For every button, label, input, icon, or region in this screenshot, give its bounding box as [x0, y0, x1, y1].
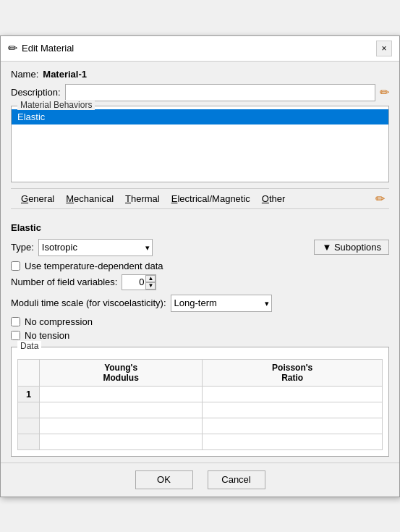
moduli-select[interactable]: Long-term Instantaneous — [171, 295, 272, 312]
moduli-select-wrapper: Long-term Instantaneous — [171, 295, 272, 312]
num-field-label: Number of field variables: — [11, 276, 117, 287]
description-edit-icon[interactable]: ✏ — [380, 85, 389, 99]
no-compression-label: No compression — [25, 316, 93, 327]
tab-electrical-magnetic[interactable]: Electrical/Magnetic — [166, 190, 256, 207]
row-num-1: 1 — [18, 386, 40, 402]
elastic-title: Elastic — [11, 222, 389, 233]
ok-button[interactable]: OK — [135, 470, 193, 489]
menu-tabs-edit-icon[interactable]: ✏ — [375, 192, 385, 206]
dialog-icon: ✏ — [8, 41, 17, 55]
cell-poissons-empty2[interactable] — [203, 418, 383, 434]
num-field-row: Number of field variables: ▲ ▼ — [11, 274, 389, 290]
name-value: Material-1 — [43, 69, 87, 80]
no-tension-label: No tension — [25, 330, 69, 341]
use-temp-row: Use temperature-dependent data — [11, 261, 389, 271]
data-table: Young's Modulus Poisson's Ratio 1 — [17, 359, 383, 450]
dialog-title: Edit Material — [22, 43, 74, 54]
cancel-button[interactable]: Cancel — [208, 470, 265, 489]
cell-youngs-empty2[interactable] — [40, 418, 203, 434]
cell-poissons-empty[interactable] — [203, 402, 383, 418]
table-header-youngs: Young's Modulus — [40, 359, 203, 386]
type-label: Type: — [11, 242, 34, 253]
moduli-label: Moduli time scale (for viscoelasticity): — [11, 297, 166, 308]
num-field-spin-down[interactable]: ▼ — [145, 282, 156, 290]
use-temp-checkbox[interactable] — [11, 261, 20, 271]
behavior-item-elastic[interactable]: Elastic — [12, 109, 388, 124]
no-compression-row: No compression — [11, 316, 389, 327]
behaviors-list: Elastic — [12, 109, 388, 182]
dialog-footer: OK Cancel — [1, 463, 399, 497]
menu-tabs: General Mechanical Thermal Electrical/Ma… — [11, 188, 389, 209]
moduli-row: Moduli time scale (for viscoelasticity):… — [11, 295, 389, 312]
data-table-wrapper: Young's Modulus Poisson's Ratio 1 — [12, 347, 388, 456]
data-section-label: Data — [17, 341, 41, 351]
title-bar-left: ✏ Edit Material — [8, 41, 74, 55]
cell-poissons-1[interactable] — [203, 386, 383, 402]
name-label: Name: — [11, 69, 38, 80]
table-header-empty — [18, 359, 40, 386]
use-temp-label: Use temperature-dependent data — [25, 261, 163, 271]
row-num-empty — [18, 402, 40, 418]
no-tension-checkbox[interactable] — [11, 331, 20, 340]
table-header-poissons: Poisson's Ratio — [203, 359, 383, 386]
close-button[interactable]: × — [376, 41, 392, 56]
table-row — [18, 418, 383, 434]
tab-thermal[interactable]: Thermal — [119, 190, 166, 207]
description-row: Description: ✏ — [11, 84, 389, 101]
tab-mechanical[interactable]: Mechanical — [60, 190, 119, 207]
row-num-empty2 — [18, 418, 40, 434]
tab-general[interactable]: General — [15, 190, 60, 207]
row-num-empty3 — [18, 434, 40, 449]
elastic-section: Elastic Type: Isotropic Orthotropic Anis… — [1, 216, 399, 463]
no-tension-row: No tension — [11, 330, 389, 341]
name-row: Name: Material-1 — [11, 69, 389, 80]
type-select[interactable]: Isotropic Orthotropic Anisotropic Engine… — [38, 239, 153, 256]
edit-material-dialog: ✏ Edit Material × Name: Material-1 Descr… — [0, 35, 400, 497]
no-compression-checkbox[interactable] — [11, 317, 20, 326]
material-behaviors-group: Material Behaviors Elastic — [11, 106, 389, 182]
tab-other[interactable]: Other — [256, 190, 292, 207]
cell-youngs-empty[interactable] — [40, 402, 203, 418]
data-section: Data Young's Modulus Poisson's Ratio — [11, 347, 389, 457]
material-behaviors-label: Material Behaviors — [17, 100, 95, 110]
table-row — [18, 434, 383, 449]
cell-youngs-1[interactable] — [40, 386, 203, 402]
num-field-spin-up[interactable]: ▲ — [145, 275, 156, 282]
type-row: Type: Isotropic Orthotropic Anisotropic … — [11, 239, 389, 256]
type-select-wrapper: Isotropic Orthotropic Anisotropic Engine… — [38, 239, 153, 256]
title-bar: ✏ Edit Material × — [1, 36, 399, 62]
cell-youngs-empty3[interactable] — [40, 434, 203, 449]
num-field-wrapper: ▲ ▼ — [122, 274, 156, 290]
suboptions-button[interactable]: ▼ Suboptions — [314, 240, 389, 255]
table-row — [18, 402, 383, 418]
num-field-spinners: ▲ ▼ — [145, 275, 156, 290]
dialog-content: Name: Material-1 Description: ✏ Material… — [1, 62, 399, 216]
cell-poissons-empty3[interactable] — [203, 434, 383, 449]
description-input[interactable] — [65, 84, 375, 101]
table-row: 1 — [18, 386, 383, 402]
description-label: Description: — [11, 87, 61, 98]
